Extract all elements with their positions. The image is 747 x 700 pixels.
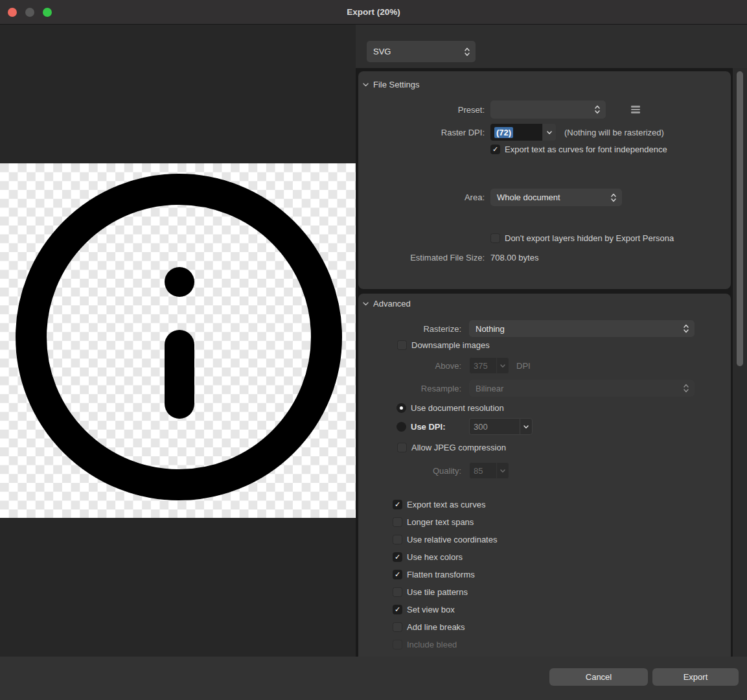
preset-menu-icon[interactable] xyxy=(631,106,640,113)
preset-select[interactable] xyxy=(490,100,606,119)
use-tile-patterns-checkbox[interactable]: ✓ xyxy=(393,587,402,597)
raster-dpi-note: (Nothing will be rasterized) xyxy=(564,128,664,137)
use-relative-coordinates-checkbox[interactable]: ✓ xyxy=(393,535,402,544)
use-document-resolution-label: Use document resolution xyxy=(411,403,504,413)
add-line-breaks-checkbox[interactable]: ✓ xyxy=(393,622,402,632)
flatten-transforms-checkbox[interactable]: ✓ xyxy=(393,570,402,579)
resample-select-value: Bilinear xyxy=(476,384,683,393)
use-dpi-combo[interactable]: 300 xyxy=(469,418,533,435)
quality-label: Quality: xyxy=(358,466,461,476)
use-dpi-field[interactable]: 300 xyxy=(469,418,520,435)
use-dpi-value: 300 xyxy=(474,422,488,432)
area-select[interactable]: Whole document xyxy=(490,189,622,206)
scrollbar-track[interactable] xyxy=(733,68,747,657)
quality-value: 85 xyxy=(474,466,483,476)
window-title: Export (20%) xyxy=(0,7,747,17)
updown-chevron-icon xyxy=(683,323,689,334)
area-select-value: Whole document xyxy=(497,192,610,202)
section-chevron-icon xyxy=(362,81,369,88)
raster-dpi-value: (72) xyxy=(494,127,513,138)
flatten-transforms-label: Flatten transforms xyxy=(407,570,475,579)
allow-jpeg-compression-label: Allow JPEG compression xyxy=(411,443,506,452)
longer-text-spans-checkbox[interactable]: ✓ xyxy=(393,517,402,527)
export-text-as-curves-label: Export text as curves xyxy=(407,500,485,509)
chevron-down-icon xyxy=(500,364,506,368)
cancel-button[interactable]: Cancel xyxy=(549,668,648,686)
set-view-box-label: Set view box xyxy=(407,605,455,614)
title-bar: Export (20%) xyxy=(0,0,747,25)
estimated-size-value: 708.00 bytes xyxy=(490,253,538,262)
above-dpi-field: 375 xyxy=(469,357,496,374)
rasterize-label: Rasterize: xyxy=(358,324,461,334)
include-bleed-checkbox: ✓ xyxy=(393,640,402,649)
downsample-images-label: Downsample images xyxy=(411,340,490,350)
format-select-value: SVG xyxy=(373,47,464,56)
above-label: Above: xyxy=(358,361,461,371)
above-dpi-dropdown-button xyxy=(496,357,509,374)
longer-text-spans-label: Longer text spans xyxy=(407,517,474,527)
use-dpi-radio[interactable] xyxy=(396,422,406,432)
use-dpi-dropdown-button[interactable] xyxy=(520,418,533,435)
updown-chevron-icon xyxy=(683,383,689,393)
file-settings-title: File Settings xyxy=(373,80,420,89)
raster-dpi-combo[interactable]: (72) xyxy=(490,124,556,141)
use-hex-colors-checkbox[interactable]: ✓ xyxy=(393,552,402,562)
format-bar: SVG xyxy=(356,25,747,68)
chevron-down-icon xyxy=(523,425,529,429)
updown-chevron-icon xyxy=(594,104,601,115)
export-button[interactable]: Export xyxy=(652,668,739,686)
raster-dpi-dropdown-button[interactable] xyxy=(543,124,556,141)
set-view-box-checkbox[interactable]: ✓ xyxy=(393,605,402,614)
updown-chevron-icon xyxy=(464,47,470,57)
rasterize-select[interactable]: Nothing xyxy=(469,320,695,337)
updown-chevron-icon xyxy=(610,192,617,203)
advanced-title: Advanced xyxy=(373,299,411,309)
quality-dropdown-button xyxy=(496,462,509,479)
above-dpi-suffix: DPI xyxy=(516,361,531,371)
advanced-panel: Advanced Rasterize: Nothing ✓ Downsample… xyxy=(358,294,731,657)
above-dpi-value: 375 xyxy=(474,361,488,371)
section-chevron-icon xyxy=(362,300,369,307)
above-dpi-combo: 375 xyxy=(469,357,509,374)
export-preview-pane[interactable] xyxy=(0,25,356,657)
file-settings-header[interactable]: File Settings xyxy=(362,80,420,89)
export-text-curves-font-label: Export text as curves for font independe… xyxy=(505,145,667,154)
dialog-footer: Cancel Export xyxy=(0,657,747,700)
export-text-curves-font-checkbox[interactable]: ✓ xyxy=(490,145,500,154)
chevron-down-icon xyxy=(546,130,553,135)
transparency-checkerboard xyxy=(0,163,356,518)
use-dpi-label: Use DPI: xyxy=(411,422,465,432)
info-circle-icon xyxy=(0,163,356,518)
use-tile-patterns-label: Use tile patterns xyxy=(407,587,468,597)
rasterize-select-value: Nothing xyxy=(476,324,683,334)
scrollbar-thumb[interactable] xyxy=(737,71,743,366)
allow-jpeg-compression-checkbox[interactable]: ✓ xyxy=(397,443,407,452)
quality-field: 85 xyxy=(469,462,496,479)
estimated-size-label: Estimated File Size: xyxy=(358,253,485,262)
export-dialog: Export (20%) SVG xyxy=(0,0,747,700)
file-settings-panel: File Settings Preset: Raster DPI: xyxy=(358,71,731,289)
quality-combo: 85 xyxy=(469,462,509,479)
chevron-down-icon xyxy=(500,469,506,473)
preset-label: Preset: xyxy=(358,105,485,115)
downsample-images-checkbox[interactable]: ✓ xyxy=(397,340,407,350)
resample-label: Resample: xyxy=(358,384,461,393)
use-document-resolution-radio[interactable] xyxy=(396,403,406,413)
advanced-header[interactable]: Advanced xyxy=(362,299,411,309)
raster-dpi-field[interactable]: (72) xyxy=(490,124,542,141)
use-relative-coordinates-label: Use relative coordinates xyxy=(407,535,497,544)
dont-export-hidden-layers-checkbox[interactable]: ✓ xyxy=(490,233,500,243)
export-text-as-curves-checkbox[interactable]: ✓ xyxy=(393,500,402,509)
raster-dpi-label: Raster DPI: xyxy=(358,128,485,137)
settings-scroll-area: File Settings Preset: Raster DPI: xyxy=(356,68,733,657)
resample-select: Bilinear xyxy=(469,380,695,397)
area-label: Area: xyxy=(358,192,485,202)
dont-export-hidden-layers-label: Don't export layers hidden by Export Per… xyxy=(505,233,674,243)
format-select[interactable]: SVG xyxy=(367,41,476,62)
include-bleed-label: Include bleed xyxy=(407,640,457,649)
add-line-breaks-label: Add line breaks xyxy=(407,622,465,632)
use-hex-colors-label: Use hex colors xyxy=(407,552,463,562)
